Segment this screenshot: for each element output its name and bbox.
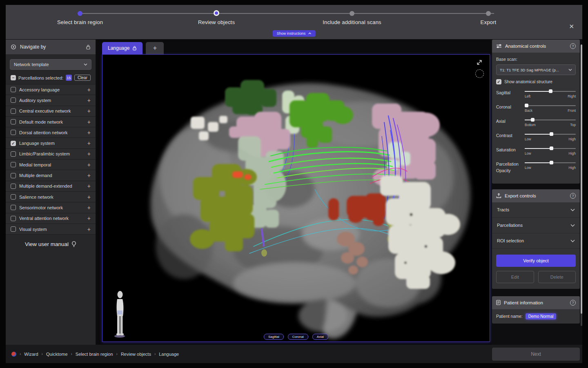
clear-button[interactable]: Clear — [74, 75, 91, 81]
network-checkbox[interactable]: ✓ — [11, 141, 16, 146]
stepper-step[interactable]: Export — [448, 5, 529, 25]
network-checkbox[interactable]: ✓ — [11, 216, 16, 221]
slider-track[interactable] — [525, 148, 576, 149]
add-icon[interactable]: + — [87, 205, 91, 211]
slider-track[interactable] — [525, 105, 576, 106]
rotate-orientation-icon[interactable] — [475, 69, 484, 78]
slider-handle[interactable] — [550, 161, 553, 164]
slider-handle[interactable] — [549, 89, 552, 93]
stepper-step[interactable]: Review objects — [176, 5, 257, 25]
slider-track[interactable] — [525, 162, 576, 163]
network-label: Multiple demand — [19, 173, 84, 178]
tab-language[interactable]: Language — [102, 42, 143, 54]
network-checkbox[interactable]: ✓ — [11, 98, 16, 103]
network-checkbox[interactable]: ✓ — [11, 87, 16, 92]
network-list-item[interactable]: ✓ Default mode network + — [6, 117, 96, 127]
stepper-step[interactable]: Include additional scans — [311, 5, 393, 25]
add-icon[interactable]: + — [87, 98, 91, 103]
network-list-item[interactable]: ✓ Salience network + — [6, 192, 96, 202]
network-list-item[interactable]: ✓ Sensorimotor network + — [6, 202, 96, 213]
network-list-item[interactable]: ✓ Language system + — [6, 138, 96, 149]
add-icon[interactable]: + — [87, 162, 91, 168]
add-icon[interactable]: + — [87, 173, 91, 178]
network-list-item[interactable]: ✓ Medial temporal + — [6, 160, 96, 170]
slider-track[interactable] — [525, 134, 576, 135]
network-list-item[interactable]: ✓ Limbic/Paralimbic system + — [6, 149, 96, 160]
plane-button[interactable]: Sagittal — [264, 334, 284, 340]
add-icon[interactable]: + — [87, 183, 91, 189]
verify-object-button[interactable]: Verify object — [496, 255, 576, 267]
network-list-item[interactable]: ✓ Ventral attention network + — [6, 213, 96, 224]
edit-delete-row: Edit Delete — [492, 271, 580, 289]
show-anatomical-structure-row[interactable]: ✓ Show anatomical structure — [496, 79, 576, 84]
add-icon[interactable]: + — [87, 226, 91, 232]
add-icon[interactable]: + — [87, 151, 91, 157]
network-checkbox[interactable]: ✓ — [11, 173, 16, 178]
network-checkbox[interactable]: ✓ — [11, 109, 16, 114]
network-list-item[interactable]: ✓ Accessory language + — [6, 84, 96, 95]
network-list-item[interactable]: ✓ Auditory system + — [6, 95, 96, 106]
export-section-row[interactable]: Tracts — [492, 202, 580, 218]
slider-track[interactable] — [525, 120, 576, 120]
network-checkbox[interactable]: ✓ — [11, 151, 16, 157]
view-user-manual-link[interactable]: View user manual — [6, 235, 96, 254]
stepper-step[interactable]: Select brain region — [39, 5, 121, 25]
base-scan-select[interactable]: T1: T1 TFE 3D Sag MPRAGE (p... — [496, 64, 576, 75]
add-icon[interactable]: + — [87, 130, 91, 135]
add-icon[interactable]: + — [87, 194, 91, 200]
network-checkbox[interactable]: ✓ — [11, 130, 16, 135]
slider-handle[interactable] — [550, 146, 553, 150]
breadcrumb-item[interactable]: › Language — [154, 352, 179, 357]
breadcrumb-item[interactable]: › Wizard — [20, 352, 38, 357]
network-checkbox[interactable]: ✓ — [11, 184, 16, 189]
breadcrumb-item[interactable]: › Select brain region — [71, 352, 113, 357]
select-all-checkbox[interactable]: – — [11, 75, 16, 80]
network-label: Auditory system — [19, 98, 84, 103]
next-button[interactable]: Next — [492, 348, 580, 361]
add-icon[interactable]: + — [87, 140, 91, 146]
network-list-item[interactable]: ✓ Visual system + — [6, 224, 96, 235]
network-template-select[interactable]: Network template — [10, 59, 91, 70]
network-list-item[interactable]: ✓ Multiple demand + — [6, 170, 96, 181]
help-icon[interactable]: ? — [570, 43, 576, 49]
slider-track[interactable] — [525, 91, 576, 92]
slider-handle[interactable] — [525, 104, 528, 107]
network-checkbox[interactable]: ✓ — [11, 119, 16, 124]
network-label: Limbic/Paralimbic system — [19, 151, 84, 156]
new-tab-button[interactable]: + — [146, 42, 164, 54]
help-icon[interactable]: ? — [570, 300, 576, 306]
scrollbar-thumb[interactable] — [581, 44, 582, 314]
breadcrumb-item[interactable]: › Quicktome — [42, 352, 68, 357]
slider-handle[interactable] — [531, 118, 535, 122]
plane-button[interactable]: Coronal — [288, 334, 308, 340]
network-list-item[interactable]: ✓ Dorsal attention network + — [6, 127, 96, 138]
base-scan-value: T1: T1 TFE 3D Sag MPRAGE (p... — [500, 68, 559, 72]
add-icon[interactable]: + — [87, 119, 91, 125]
add-icon[interactable]: + — [87, 87, 91, 93]
slider-handle[interactable] — [550, 132, 553, 136]
add-icon[interactable]: + — [87, 215, 91, 221]
brain-viewport[interactable]: Sagittal Coronal Axial — [102, 54, 490, 342]
help-icon[interactable]: ? — [570, 193, 576, 199]
network-list-item[interactable]: ✓ Multiple demand-extended + — [6, 181, 96, 192]
step-dot — [78, 11, 82, 16]
edit-button[interactable]: Edit — [496, 271, 534, 283]
network-checkbox[interactable]: ✓ — [11, 194, 16, 200]
export-section-row[interactable]: ROI selection — [492, 233, 580, 249]
network-checkbox[interactable]: ✓ — [11, 205, 16, 210]
network-checkbox[interactable]: ✓ — [11, 226, 16, 232]
chevron-down-icon — [84, 63, 87, 66]
export-section-row[interactable]: Parcellations — [492, 218, 580, 233]
close-icon[interactable]: ✕ — [569, 23, 574, 30]
add-icon[interactable]: + — [87, 108, 91, 114]
show-instructions-button[interactable]: Show instructions — [273, 30, 316, 37]
fullscreen-icon[interactable] — [476, 59, 483, 66]
plane-button[interactable]: Axial — [312, 334, 328, 340]
network-checkbox[interactable]: ✓ — [11, 162, 16, 167]
delete-button[interactable]: Delete — [538, 271, 576, 283]
breadcrumb-item[interactable]: › Review objects — [116, 352, 151, 357]
network-list-item[interactable]: ✓ Central executive network + — [6, 106, 96, 117]
show-structure-checkbox[interactable]: ✓ — [496, 79, 501, 84]
step-label: Include additional scans — [311, 19, 393, 25]
scrollbar[interactable] — [581, 44, 582, 326]
